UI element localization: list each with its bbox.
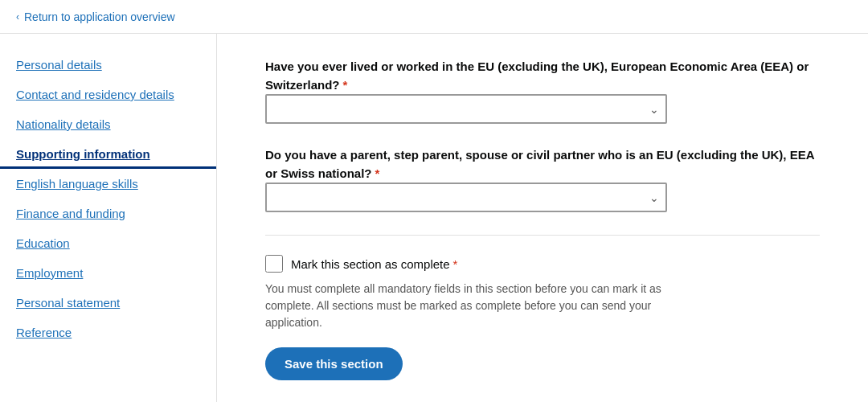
question-1-label: Have you ever lived or worked in the EU … (265, 59, 809, 92)
required-star-1: * (343, 78, 348, 92)
complete-checkbox[interactable] (265, 255, 283, 273)
question-1-select-wrapper: Yes No ⌄ (265, 94, 667, 124)
main-content: Have you ever lived or worked in the EU … (217, 34, 868, 402)
question-2-label: Do you have a parent, step parent, spous… (265, 148, 814, 180)
required-star-3: * (453, 257, 458, 271)
back-link-label: Return to application overview (24, 10, 175, 23)
sidebar-item-english-language[interactable]: English language skills (0, 169, 216, 199)
sidebar-item-reference[interactable]: Reference (0, 318, 216, 347)
helper-text: You must complete all mandatory fields i… (265, 281, 667, 331)
question-2-select-wrapper: Yes No ⌄ (265, 183, 667, 212)
sidebar-item-personal-details[interactable]: Personal details (0, 50, 216, 80)
sidebar-item-employment[interactable]: Employment (0, 258, 216, 288)
sidebar-item-personal-statement[interactable]: Personal statement (0, 288, 216, 318)
chevron-left-icon: ‹ (16, 11, 19, 23)
question-1-select[interactable]: Yes No (265, 94, 667, 124)
required-star-2: * (375, 166, 380, 180)
back-link[interactable]: ‹ Return to application overview (16, 10, 175, 23)
sidebar-item-supporting-information[interactable]: Supporting information (0, 139, 216, 169)
page-layout: Personal detailsContact and residency de… (0, 34, 868, 402)
sidebar-item-finance-funding[interactable]: Finance and funding (0, 199, 216, 228)
sidebar-item-nationality-details[interactable]: Nationality details (0, 109, 216, 139)
sidebar: Personal detailsContact and residency de… (0, 34, 217, 402)
sidebar-item-contact-residency[interactable]: Contact and residency details (0, 80, 216, 109)
checkbox-row: Mark this section as complete* (265, 255, 820, 273)
question-2-select[interactable]: Yes No (265, 183, 667, 212)
save-button[interactable]: Save this section (265, 347, 403, 380)
sidebar-item-education[interactable]: Education (0, 228, 216, 258)
checkbox-block: Mark this section as complete* You must … (265, 255, 820, 331)
checkbox-label: Mark this section as complete* (291, 257, 457, 271)
top-bar: ‹ Return to application overview (0, 0, 868, 34)
section-divider (265, 235, 820, 236)
question-1-block: Have you ever lived or worked in the EU … (265, 58, 820, 124)
question-2-block: Do you have a parent, step parent, spous… (265, 146, 820, 212)
